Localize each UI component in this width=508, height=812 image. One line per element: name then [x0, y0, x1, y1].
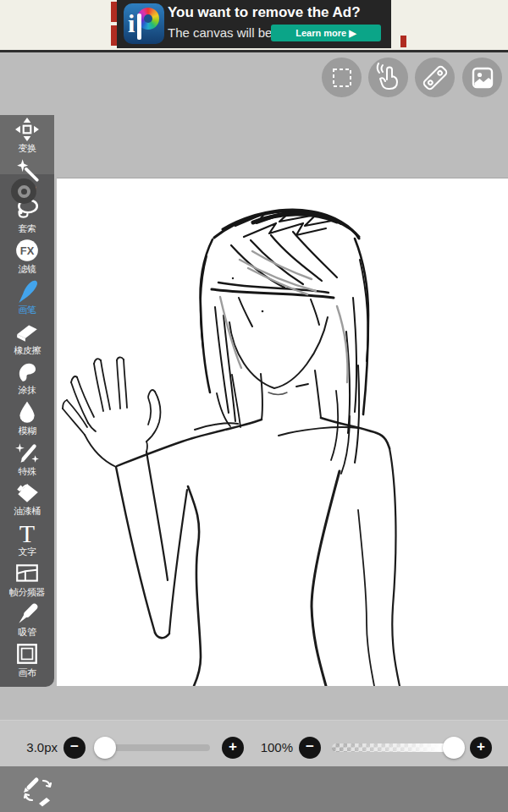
ad-title: You want to remove the Ad? — [168, 4, 388, 21]
brush-size-minus-button[interactable]: − — [64, 737, 86, 759]
text-glyph: T — [19, 520, 35, 546]
learn-more-button[interactable]: Learn more ▶ — [271, 25, 381, 41]
canvas-squares-icon — [14, 641, 40, 667]
brush-size-slider-thumb[interactable] — [94, 737, 116, 759]
sidebar-item-text[interactable]: T 文字 — [0, 520, 54, 560]
tool-label: 滤镜 — [0, 264, 54, 274]
sidebar-item-smudge[interactable]: 涂抹 — [0, 359, 54, 398]
fx-label: FX — [20, 244, 35, 257]
ad-banner[interactable]: i You want to remove the Ad? The canvas … — [117, 0, 391, 48]
tool-label: 特殊 — [0, 466, 54, 476]
sidebar-item-special[interactable]: 特殊 — [0, 440, 54, 480]
tool-label: 帧分频器 — [0, 587, 54, 597]
brush-size-value: 3.0px — [7, 740, 58, 754]
tool-label: 橡皮擦 — [0, 345, 54, 355]
text-tool-icon: T — [14, 520, 40, 546]
tool-label: 变换 — [0, 143, 54, 153]
sidebar-item-filter[interactable]: FX 滤镜 — [0, 238, 54, 277]
tool-label: 模糊 — [0, 425, 54, 436]
ad-subtitle: The canvas will be wider. — [168, 25, 273, 40]
transform-arrows-icon — [14, 117, 40, 142]
opacity-minus-button[interactable]: − — [299, 737, 321, 759]
blur-drop-icon — [14, 399, 40, 425]
tool-label: 油漆桶 — [0, 506, 54, 516]
paint-bucket-icon — [14, 480, 40, 505]
opacity-slider-thumb[interactable] — [443, 737, 465, 759]
tool-sidebar: 变换 自动 套索 FX 滤镜 — [0, 115, 54, 687]
tool-label: 画布 — [0, 667, 54, 678]
sidebar-item-eraser[interactable]: 橡皮擦 — [0, 319, 54, 359]
sidebar-item-transform[interactable]: 变换 — [0, 117, 54, 156]
sidebar-item-frame-divider[interactable]: 帧分频器 — [0, 561, 54, 601]
bottom-toolbar: 3.0 2 — [0, 766, 508, 812]
sidebar-item-brush[interactable]: 画笔 — [0, 278, 54, 318]
pencil-eraser-switch-icon — [20, 773, 54, 807]
tool-label: 吸管 — [0, 627, 54, 637]
sidebar-item-eyedropper[interactable]: 吸管 — [0, 601, 54, 640]
sidebar-item-canvas[interactable]: 画布 — [0, 641, 54, 681]
picture-icon — [463, 58, 502, 97]
smudge-finger-icon — [14, 359, 40, 384]
sketch-figure — [57, 178, 508, 686]
sidebar-item-blur[interactable]: 模糊 — [0, 399, 54, 439]
ibispaint-logo: i — [124, 3, 164, 44]
fx-filter-icon: FX — [14, 238, 40, 263]
tool-switch-button[interactable] — [20, 773, 54, 810]
ruler-tool-button[interactable] — [415, 58, 455, 97]
touch-indicator-overlay — [11, 178, 36, 204]
ruler-icon — [416, 58, 455, 97]
drawing-canvas[interactable] — [57, 178, 508, 686]
brush-size-plus-button[interactable]: + — [222, 737, 244, 759]
tool-label: 套索 — [0, 223, 54, 233]
tool-label: 文字 — [0, 546, 54, 557]
eyedropper-icon — [14, 601, 40, 626]
tool-label: 画笔 — [0, 304, 54, 315]
brush-icon — [14, 278, 40, 304]
frame-divider-icon — [14, 561, 40, 586]
select-rectangle-icon — [323, 58, 362, 97]
import-picture-button[interactable] — [462, 58, 502, 97]
slider-strip: 3.0px − + 100% − + — [0, 720, 508, 767]
sidebar-item-bucket[interactable]: 油漆桶 — [0, 480, 54, 519]
special-pen-icon — [14, 440, 40, 465]
opacity-slider[interactable] — [332, 743, 447, 752]
eraser-icon — [14, 319, 40, 344]
touch-indicator-ring-icon — [18, 185, 30, 198]
logo-p-stem — [137, 14, 141, 40]
select-tool-button[interactable] — [322, 58, 362, 97]
finger-gesture-icon — [369, 58, 408, 97]
logo-letter: i — [128, 9, 135, 38]
tool-label: 涂抹 — [0, 385, 54, 395]
opacity-value: 100% — [254, 740, 293, 754]
opacity-plus-button[interactable]: + — [470, 737, 492, 759]
app-screen: i You want to remove the Ad? The canvas … — [0, 0, 508, 812]
finger-gesture-button[interactable] — [368, 58, 408, 97]
red-marker-right — [400, 36, 406, 47]
